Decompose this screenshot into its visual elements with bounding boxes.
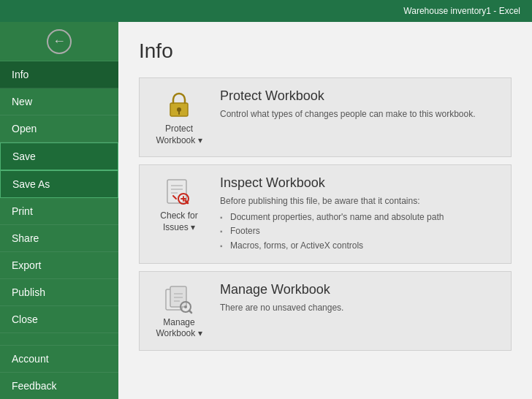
sidebar-item-open[interactable]: Open — [0, 115, 118, 142]
content-area: Info Protect Workbook ▾Protect WorkbookC… — [118, 22, 532, 399]
inspect-icon-label: Check for Issues ▾ — [160, 210, 197, 233]
bullet-item: Macros, forms, or ActiveX controls — [220, 239, 501, 253]
sidebar-item-export[interactable]: Export — [0, 252, 118, 279]
bullet-item: Document properties, author's name and a… — [220, 210, 501, 224]
sidebar-item-feedback[interactable]: Feedback — [0, 372, 118, 399]
sidebar-item-share[interactable]: Share — [0, 225, 118, 252]
info-card-inspect[interactable]: Check for Issues ▾Inspect WorkbookBefore… — [139, 164, 512, 264]
sidebar-item-save[interactable]: Save — [0, 142, 118, 170]
sidebar-nav: InfoNewOpenSaveSave AsPrintShareExportPu… — [0, 61, 118, 333]
sidebar-item-new[interactable]: New — [0, 88, 118, 115]
title-bar: Warehouse inventory1 - Excel — [0, 0, 532, 22]
inspect-title: Inspect Workbook — [220, 175, 501, 191]
manage-content: Manage WorkbookThere are no unsaved chan… — [220, 282, 501, 314]
manage-icon-label: Manage Workbook ▾ — [156, 317, 202, 340]
window-title: Warehouse inventory1 - Excel — [403, 6, 520, 16]
info-card-manage[interactable]: Manage Workbook ▾Manage WorkbookThere ar… — [139, 271, 512, 351]
cards-container: Protect Workbook ▾Protect WorkbookContro… — [139, 77, 512, 351]
info-card-protect[interactable]: Protect Workbook ▾Protect WorkbookContro… — [139, 77, 512, 157]
sidebar-item-print[interactable]: Print — [0, 198, 118, 225]
main-layout: ← InfoNewOpenSaveSave AsPrintShareExport… — [0, 22, 532, 399]
svg-line-15 — [189, 311, 191, 313]
manage-description: There are no unsaved changes. — [220, 301, 501, 314]
sidebar-item-info[interactable]: Info — [0, 61, 118, 88]
back-button[interactable]: ← — [0, 22, 118, 61]
svg-point-14 — [184, 305, 187, 308]
svg-rect-9 — [170, 286, 186, 307]
protect-content: Protect WorkbookControl what types of ch… — [220, 88, 501, 121]
sidebar-item-publish[interactable]: Publish — [0, 279, 118, 306]
manage-icon-container: Manage Workbook ▾ — [150, 282, 208, 340]
protect-description: Control what types of changes people can… — [220, 107, 501, 121]
protect-title: Protect Workbook — [220, 88, 501, 104]
sidebar-item-save-as[interactable]: Save As — [0, 170, 118, 198]
sidebar-item-close[interactable]: Close — [0, 306, 118, 333]
inspect-bullets: Document properties, author's name and a… — [220, 210, 501, 253]
sidebar: ← InfoNewOpenSaveSave AsPrintShareExport… — [0, 22, 118, 399]
inspect-icon-container: Check for Issues ▾ — [150, 175, 208, 233]
manage-title: Manage Workbook — [220, 282, 501, 297]
protect-icon-label: Protect Workbook ▾ — [156, 123, 202, 146]
bullet-item: Footers — [220, 224, 501, 238]
sidebar-item-account[interactable]: Account — [0, 345, 118, 372]
inspect-content: Inspect WorkbookBefore publishing this f… — [220, 175, 501, 253]
back-circle-icon: ← — [47, 29, 72, 54]
sidebar-bottom-nav: AccountFeedback — [0, 345, 118, 399]
page-title: Info — [139, 39, 512, 63]
inspect-description: Before publishing this file, be aware th… — [220, 194, 501, 208]
protect-icon-container: Protect Workbook ▾ — [150, 88, 208, 146]
sidebar-spacer — [0, 333, 118, 345]
